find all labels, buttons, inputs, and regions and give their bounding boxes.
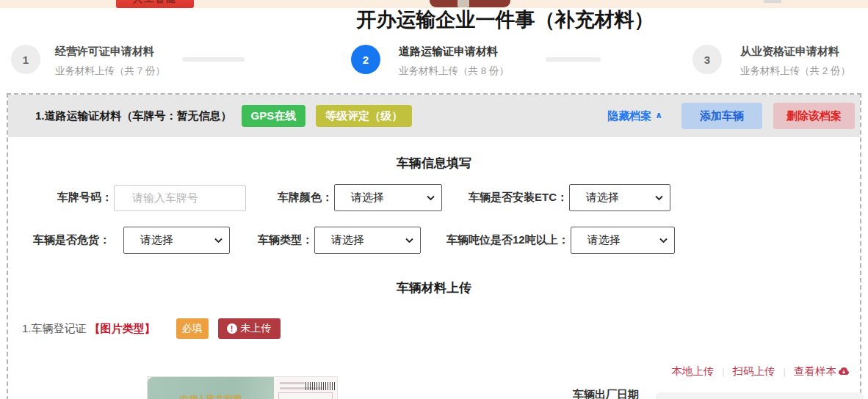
chevron-down-icon: [655, 195, 663, 200]
dangerous-goods-label: 车辆是否危货：: [33, 233, 110, 247]
step-3[interactable]: 从业资格证申请材料 业务材料上传（共 2 份）: [740, 45, 850, 78]
step-1-circle[interactable]: 1: [11, 45, 40, 74]
etc-label: 车辆是否安装ETC：: [469, 191, 568, 205]
over-12-tons-select[interactable]: 请选择: [571, 227, 675, 254]
vehicle-type-label: 车辆类型：: [258, 233, 313, 247]
link-separator: |: [784, 366, 786, 377]
form-row-1: 车牌号码： 车牌颜色： 请选择 车辆是否安装ETC： 请选择: [8, 184, 670, 211]
ai-assistant-button[interactable]: 人工智能: [116, 0, 194, 8]
certificate-field-box: [278, 392, 333, 399]
certificate-cover: 中华人民共和国: [148, 377, 274, 399]
over-12-tons-label: 车辆吨位是否12吨以上：: [446, 233, 569, 247]
step-3-circle[interactable]: 3: [692, 45, 722, 74]
hide-archive-link[interactable]: 隐藏档案 ∧: [607, 109, 662, 123]
step-1-subtitle: 业务材料上传（共 7 份）: [55, 65, 165, 78]
top-right-widget: [764, 0, 781, 3]
delete-archive-button[interactable]: 删除该档案: [773, 103, 855, 129]
form-row-2: 车辆是否危货： 请选择 车辆类型： 请选择 车辆吨位是否12吨以上： 请选择: [8, 227, 675, 254]
add-vehicle-button[interactable]: 添加车辆: [681, 103, 762, 129]
over-12-tons-value: 请选择: [571, 233, 621, 247]
chevron-down-icon: [427, 195, 435, 200]
link-separator: |: [722, 366, 724, 377]
dangerous-goods-value: 请选择: [124, 233, 173, 247]
plate-color-select[interactable]: 请选择: [334, 184, 442, 211]
archive-title: 1.道路运输证材料（车牌号：暂无信息）: [35, 109, 232, 123]
chevron-down-icon: [659, 238, 668, 243]
step-1[interactable]: 经营许可证申请材料 业务材料上传（共 7 份）: [55, 45, 165, 78]
certificate-text-line: [280, 382, 305, 384]
material-item-row: 1.车辆登记证 【图片类型】 必填 ! 未上传: [22, 318, 281, 339]
manufacture-date-input[interactable]: [656, 392, 864, 399]
grade-rating-button[interactable]: 等级评定（级）: [316, 105, 412, 127]
materials-heading: 车辆材料上传: [8, 279, 860, 296]
vehicle-type-select[interactable]: 请选择: [314, 227, 421, 254]
chevron-down-icon: [405, 238, 413, 243]
gps-online-button[interactable]: GPS在线: [242, 105, 306, 127]
cloud-download-icon: [838, 367, 850, 376]
plate-color-value: 请选择: [335, 191, 384, 205]
plate-color-label: 车牌颜色：: [278, 191, 333, 205]
manufacture-date-label: 车辆出厂日期: [573, 388, 639, 399]
hide-archive-label: 隐藏档案: [607, 109, 651, 123]
plate-number-label: 车牌号码：: [57, 191, 112, 205]
step-connector-2: [546, 57, 601, 62]
barcode: [305, 382, 335, 390]
local-upload-link[interactable]: 本地上传: [671, 365, 714, 378]
etc-select[interactable]: 请选择: [569, 184, 670, 211]
page-title: 开办运输企业一件事（补充材料）: [357, 7, 654, 33]
panel-header: 1.道路运输证材料（车牌号：暂无信息） GPS在线 等级评定（级） 隐藏档案 ∧…: [8, 95, 860, 137]
plate-number-input[interactable]: [114, 185, 246, 211]
step-2-circle[interactable]: 2: [351, 45, 380, 74]
vehicle-archive-panel: 1.道路运输证材料（车牌号：暂无信息） GPS在线 等级评定（级） 隐藏档案 ∧…: [7, 93, 861, 399]
certificate-page: [274, 377, 337, 399]
view-sample-label: 查看样本: [794, 365, 836, 378]
step-1-title: 经营许可证申请材料: [55, 45, 165, 57]
chevron-up-icon: ∧: [655, 110, 662, 120]
sample-document-image: 中华人民共和国: [147, 376, 338, 399]
vehicle-type-value: 请选择: [315, 233, 364, 247]
step-2-title: 道路运输证申请材料: [399, 45, 509, 57]
status-badge-label: 未上传: [241, 322, 272, 335]
certificate-cover-text: 中华人民共和国: [180, 393, 242, 399]
upload-links: 本地上传 | 扫码上传 | 查看样本: [671, 365, 850, 378]
step-connector-1: [182, 57, 245, 62]
vehicle-info-heading: 车辆信息填写: [8, 155, 860, 172]
view-sample-link[interactable]: 查看样本: [794, 365, 850, 378]
required-badge: 必填: [176, 318, 209, 339]
step-2-subtitle: 业务材料上传（共 8 份）: [399, 65, 509, 78]
material-type-tag: 【图片类型】: [90, 322, 156, 336]
material-name: 1.车辆登记证: [22, 322, 87, 336]
step-2[interactable]: 道路运输证申请材料 业务材料上传（共 8 份）: [399, 45, 509, 78]
screen: 人工智能 开办运输企业一件事（补充材料） 1 经营许可证申请材料 业务材料上传（…: [0, 0, 868, 399]
scan-upload-link[interactable]: 扫码上传: [733, 365, 775, 378]
step-3-subtitle: 业务材料上传（共 2 份）: [740, 65, 850, 78]
status-badge: ! 未上传: [218, 318, 281, 339]
etc-value: 请选择: [570, 191, 619, 205]
chevron-down-icon: [214, 238, 223, 243]
dangerous-goods-select[interactable]: 请选择: [123, 227, 230, 254]
exclamation-icon: !: [227, 323, 237, 334]
step-3-title: 从业资格证申请材料: [740, 45, 850, 57]
